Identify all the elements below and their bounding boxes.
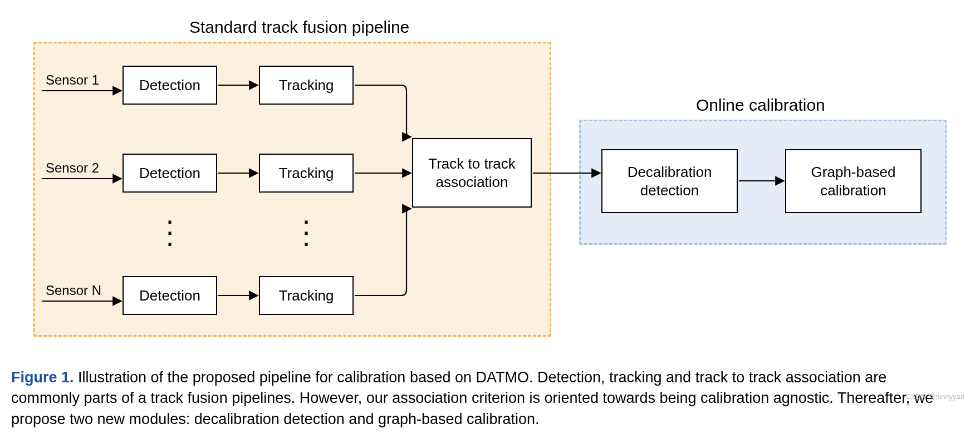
sensor-2-label: Sensor 2 [46, 160, 99, 176]
detection-2-node: Detection [122, 154, 217, 193]
vertical-ellipsis-icon: ··· [167, 217, 173, 250]
tracking-n-node: Tracking [259, 276, 354, 315]
watermark-text: CSDN @ninnyyan [905, 392, 964, 401]
detection-1-node: Detection [122, 66, 217, 105]
diagram-container: Standard track fusion pipeline Online ca… [11, 11, 969, 356]
tracking-1-node: Tracking [259, 66, 354, 105]
figure-caption: Figure 1. Illustration of the proposed p… [11, 367, 958, 430]
online-calibration-title: Online calibration [696, 96, 825, 115]
tracking-2-node: Tracking [259, 154, 354, 193]
sensor-1-label: Sensor 1 [46, 72, 99, 88]
decalibration-detection-node: Decalibration detection [601, 149, 738, 213]
detection-n-node: Detection [122, 276, 217, 315]
figure-label: Figure 1. [11, 369, 74, 386]
graph-calibration-node: Graph-based calibration [785, 149, 922, 213]
sensor-n-label: Sensor N [46, 283, 101, 298]
track-to-track-node: Track to track association [412, 138, 532, 208]
figure-caption-text: Illustration of the proposed pipeline fo… [11, 369, 933, 427]
vertical-ellipsis-icon: ··· [303, 217, 309, 250]
pipeline-title: Standard track fusion pipeline [189, 18, 409, 37]
